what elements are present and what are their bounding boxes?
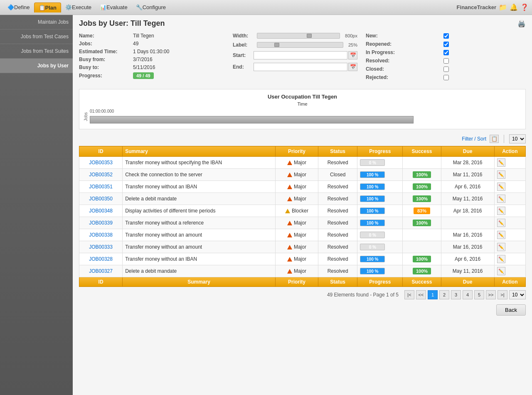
job-id-link[interactable]: JOB00333 [89, 244, 113, 250]
page-btn-1[interactable]: 1 [428, 290, 438, 299]
job-id-link[interactable]: JOB00350 [89, 196, 113, 202]
cell-due: Mar 28, 2016 [441, 157, 494, 169]
nav-evaluate[interactable]: 📊 Evaluate [96, 2, 132, 12]
page-btn-4[interactable]: 4 [463, 290, 473, 299]
edit-button[interactable]: ✏️ [497, 255, 505, 263]
nav-plan-label: Plan [45, 5, 57, 11]
per-page-select[interactable]: 10 25 50 [509, 134, 526, 143]
rejected-label: Rejected: [366, 74, 388, 80]
edit-button[interactable]: ✏️ [497, 231, 505, 239]
resolved-checkbox[interactable] [443, 58, 449, 64]
reopened-checkbox[interactable] [443, 42, 449, 47]
progress-bar-wrap: 0 % [360, 244, 385, 250]
job-id-link[interactable]: JOB00327 [89, 268, 113, 274]
cell-due: Mar 16, 2016 [441, 241, 494, 253]
sidebar-item-maintain-jobs[interactable]: Maintain Jobs [0, 15, 73, 30]
edit-button[interactable]: ✏️ [497, 267, 505, 275]
page-btn-5[interactable]: 5 [474, 290, 484, 299]
busy-from-label: Busy from: [79, 57, 133, 62]
filter-sort-link[interactable]: Filter / Sort [462, 136, 486, 142]
label-row: Label: 25% [233, 42, 357, 48]
page-next-btn[interactable]: >> [486, 290, 496, 299]
cell-progress: 0 % [357, 229, 403, 241]
end-input[interactable] [254, 63, 347, 71]
rejected-checkbox[interactable] [443, 75, 449, 80]
job-id-link[interactable]: JOB00339 [89, 220, 113, 226]
chart-time-label: 01:00:00.000 [90, 109, 521, 114]
edit-button[interactable]: ✏️ [497, 243, 505, 251]
cell-action: ✏️ [494, 193, 525, 205]
cell-status: Resolved [318, 265, 357, 277]
cell-action: ✏️ [494, 253, 525, 265]
cell-status: Resolved [318, 229, 357, 241]
cell-summary: Transfer money without an IBAN [123, 181, 276, 193]
job-id-link[interactable]: JOB00348 [89, 208, 113, 214]
label-slider[interactable] [257, 42, 343, 48]
cell-success: 83% [403, 205, 441, 217]
cell-action: ✏️ [494, 169, 525, 181]
cell-progress: 0 % [357, 241, 403, 253]
start-calendar-btn[interactable]: 📅 [348, 51, 357, 59]
nav-execute[interactable]: ⚙️ Execute [61, 2, 96, 12]
in-progress-checkbox[interactable] [443, 50, 449, 55]
nav-configure[interactable]: 🔧 Configure [132, 2, 170, 12]
end-calendar-btn[interactable]: 📅 [348, 63, 357, 71]
nav-icon-3[interactable]: ❓ [520, 3, 529, 11]
job-id-link[interactable]: JOB00338 [89, 232, 113, 238]
col-status: Status [318, 146, 357, 157]
page-prev-btn[interactable]: << [416, 290, 426, 299]
footer-action: Action [494, 277, 525, 287]
job-id-link[interactable]: JOB00352 [89, 172, 113, 178]
table-footer-row: ID Summary Priority Status Progress Succ… [79, 277, 526, 287]
chart-inner: 01:00:00.000 [90, 109, 521, 125]
job-id-link[interactable]: JOB00351 [89, 184, 113, 190]
cell-success [403, 157, 441, 169]
width-slider[interactable] [257, 33, 340, 39]
nav-define[interactable]: 🔷 Define [3, 2, 34, 12]
page-btn-2[interactable]: 2 [439, 290, 449, 299]
footer-status: Status [318, 277, 357, 287]
page-last-btn[interactable]: >| [498, 290, 507, 299]
success-badge: 100% [413, 220, 431, 226]
sidebar-item-jobs-by-user[interactable]: Jobs by User [0, 59, 73, 73]
sidebar-item-jobs-from-test-suites[interactable]: Jobs from Test Suites [0, 44, 73, 59]
page-btn-3[interactable]: 3 [451, 290, 461, 299]
cell-priority: Major [275, 265, 318, 277]
cell-priority: Major [275, 253, 318, 265]
start-row: Start: 📅 [233, 51, 357, 59]
edit-button[interactable]: ✏️ [497, 183, 505, 191]
major-icon [287, 269, 292, 274]
nav-icon-2[interactable]: 🔔 [510, 3, 518, 11]
job-id-link[interactable]: JOB00328 [89, 256, 113, 262]
edit-button[interactable]: ✏️ [497, 170, 505, 179]
footer-summary: Summary [123, 277, 276, 287]
nav-icon-1[interactable]: 📁 [499, 3, 507, 11]
cell-due: May 11, 2016 [441, 265, 494, 277]
edit-button[interactable]: ✏️ [497, 219, 505, 227]
page-first-btn[interactable]: |< [404, 290, 414, 299]
cell-action: ✏️ [494, 181, 525, 193]
nav-plan[interactable]: 📋 Plan [34, 2, 61, 12]
rejected-checkbox-row: Rejected: [366, 74, 449, 80]
closed-checkbox[interactable] [443, 67, 449, 72]
export-btn[interactable]: 📋 [490, 135, 499, 143]
job-id-link[interactable]: JOB00353 [89, 160, 113, 165]
col-progress: Progress [357, 146, 403, 157]
closed-label: Closed: [366, 66, 384, 72]
edit-button[interactable]: ✏️ [497, 158, 505, 167]
new-checkbox[interactable] [443, 33, 449, 39]
per-page-select-bottom[interactable]: 10 25 50 [509, 290, 526, 299]
cell-due: Apr 6, 2016 [441, 253, 494, 265]
chart-bar-row [90, 115, 521, 125]
cell-status: Resolved [318, 217, 357, 229]
footer-success: Success [403, 277, 441, 287]
major-icon [287, 185, 292, 189]
edit-button[interactable]: ✏️ [497, 207, 505, 215]
start-input[interactable] [254, 51, 347, 59]
back-button[interactable]: Back [496, 304, 526, 316]
cell-due: Mar 11, 2016 [441, 169, 494, 181]
print-icon[interactable]: 🖨️ [517, 20, 526, 27]
table-row: JOB00348Display activities of different … [79, 205, 526, 217]
edit-button[interactable]: ✏️ [497, 195, 505, 203]
sidebar-item-jobs-from-test-cases[interactable]: Jobs from Test Cases [0, 30, 73, 44]
